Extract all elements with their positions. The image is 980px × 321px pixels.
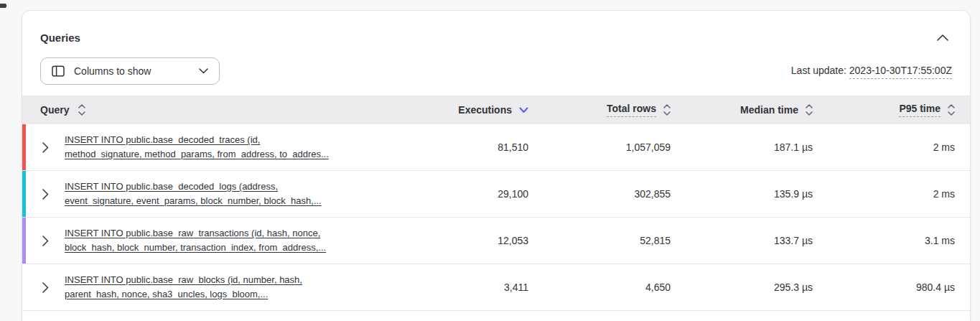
sort-button-executions[interactable] — [519, 107, 528, 113]
columns-to-show-button[interactable]: Columns to show — [40, 57, 220, 85]
executions-value: 3,411 — [386, 282, 528, 293]
total-rows-value: 302,855 — [528, 188, 671, 200]
median-time-value: 133.7 µs — [671, 235, 813, 246]
sort-button-query[interactable] — [78, 104, 85, 116]
table-row: INSERT INTO public.base_decoded_logs (ad… — [22, 171, 970, 218]
queries-table: Query Executions Total rows — [22, 96, 970, 311]
chevron-right-icon — [42, 142, 49, 153]
last-update-timestamp[interactable]: 2023-10-30T17:55:00Z — [849, 65, 952, 79]
sort-button-median-time[interactable] — [806, 104, 813, 116]
row-accent-bar — [22, 171, 26, 217]
table-row: INSERT INTO public.base_raw_transactions… — [22, 218, 970, 264]
query-link[interactable]: INSERT INTO public.base_raw_blocks (id, … — [65, 273, 302, 302]
query-link[interactable]: INSERT INTO public.base_raw_transactions… — [65, 226, 326, 255]
chevron-up-icon — [937, 34, 948, 41]
sort-unsorted-icon — [663, 104, 671, 116]
median-time-value: 135.9 µs — [671, 188, 813, 200]
last-update-label: Last update: — [791, 65, 846, 76]
total-rows-value: 1,057,059 — [528, 141, 671, 153]
sort-unsorted-icon — [78, 104, 85, 116]
total-rows-value: 52,815 — [528, 235, 671, 246]
column-header-executions: Executions — [458, 105, 512, 116]
queries-panel: Queries Columns to show Last update: 202… — [22, 10, 971, 321]
last-update: Last update: 2023-10-30T17:55:00Z — [791, 65, 952, 78]
expand-row-button[interactable] — [42, 189, 49, 200]
sort-descending-icon — [519, 107, 528, 113]
column-header-p95-time[interactable]: P95 time — [899, 103, 941, 117]
table-row: INSERT INTO public.base_raw_blocks (id, … — [22, 264, 970, 311]
table-header-row: Query Executions Total rows — [22, 96, 970, 124]
column-header-median-time: Median time — [740, 105, 798, 116]
row-accent-bar — [22, 264, 26, 310]
expand-row-button[interactable] — [42, 282, 49, 293]
collapse-panel-button[interactable] — [933, 29, 952, 45]
median-time-value: 187.1 µs — [671, 141, 813, 153]
screen-edge-artifact — [0, 4, 6, 8]
p95-time-value: 980.4 µs — [813, 282, 955, 293]
row-accent-bar — [22, 124, 26, 170]
executions-value: 12,053 — [386, 235, 528, 246]
sort-button-total-rows[interactable] — [663, 104, 671, 116]
columns-button-label: Columns to show — [74, 65, 199, 77]
chevron-right-icon — [42, 236, 49, 246]
sort-unsorted-icon — [948, 104, 955, 116]
column-header-total-rows[interactable]: Total rows — [607, 103, 656, 117]
query-link[interactable]: INSERT INTO public.base_decoded_traces (… — [65, 133, 329, 162]
expand-row-button[interactable] — [42, 142, 49, 153]
chevron-down-icon — [199, 68, 208, 74]
p95-time-value: 2 ms — [813, 188, 955, 200]
p95-time-value: 3.1 ms — [813, 235, 955, 246]
total-rows-value: 4,650 — [528, 282, 671, 293]
median-time-value: 295.3 µs — [671, 282, 813, 293]
chevron-right-icon — [42, 189, 49, 200]
column-header-query: Query — [40, 105, 69, 116]
query-link[interactable]: INSERT INTO public.base_decoded_logs (ad… — [65, 180, 322, 208]
table-row: INSERT INTO public.base_decoded_traces (… — [22, 124, 970, 171]
panel-title: Queries — [40, 32, 80, 44]
row-accent-bar — [22, 218, 26, 264]
expand-row-button[interactable] — [42, 236, 49, 246]
sort-unsorted-icon — [806, 104, 813, 116]
p95-time-value: 2 ms — [813, 141, 955, 153]
columns-layout-icon — [52, 65, 65, 78]
executions-value: 29,100 — [386, 188, 528, 200]
sort-button-p95-time[interactable] — [948, 104, 955, 116]
chevron-right-icon — [42, 282, 49, 293]
executions-value: 81,510 — [386, 141, 528, 153]
